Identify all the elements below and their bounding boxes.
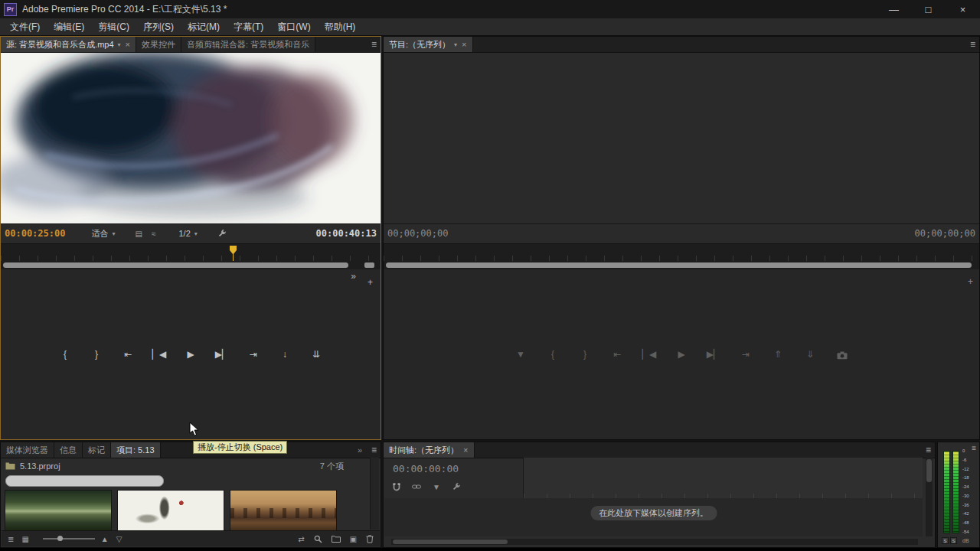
tab-info[interactable]: 信息	[54, 442, 83, 458]
panel-menu-icon[interactable]: ≡	[970, 37, 975, 52]
icon-view-button[interactable]: ▦	[21, 535, 28, 543]
menu-title[interactable]: 字幕(T)	[227, 21, 270, 34]
zoom-scrollbar-knob[interactable]	[364, 262, 374, 268]
new-bin-button[interactable]	[332, 536, 341, 543]
timeline-tracks-area[interactable]: 在此处放下媒体以创建序列。	[384, 498, 923, 536]
go-to-out-button[interactable]: ⇥	[737, 347, 755, 362]
add-button[interactable]: +	[968, 276, 973, 287]
source-time-ruler[interactable]	[1, 243, 381, 261]
program-current-timecode[interactable]: 00;00;00;00	[387, 228, 448, 239]
timeline-timecode[interactable]: 00:00:00:00	[393, 463, 459, 474]
timeline-horizontal-scrollbar[interactable]	[391, 539, 918, 545]
clip-thumbnail-landscape[interactable]	[5, 490, 112, 533]
mark-in-button[interactable]: {	[56, 347, 74, 362]
panel-menu-icon[interactable]: ≡	[371, 37, 377, 52]
sort-ascending-icon[interactable]: ▲	[101, 535, 109, 543]
thumbnail-zoom-slider[interactable]	[43, 538, 95, 540]
close-button[interactable]: ×	[946, 0, 980, 18]
menu-window[interactable]: 窗口(W)	[270, 21, 317, 34]
scrollbar-thumb[interactable]	[393, 540, 508, 544]
drag-audio-icon[interactable]: ≈	[152, 230, 156, 238]
insert-button[interactable]: ↓	[276, 347, 294, 362]
step-forward-button[interactable]: ▶▏	[704, 347, 723, 362]
find-button[interactable]	[314, 535, 322, 543]
tab-timeline[interactable]: 时间轴:（无序列） ×	[384, 442, 475, 458]
mark-in-button[interactable]: {	[544, 347, 562, 362]
slider-knob[interactable]	[57, 536, 63, 541]
solo-left-button[interactable]: S	[942, 537, 949, 544]
mark-out-button[interactable]: }	[87, 347, 106, 362]
transport-overflow-icon[interactable]: »	[351, 271, 356, 282]
lift-button[interactable]: ⇑	[769, 347, 787, 362]
project-scrollbar[interactable]	[370, 458, 379, 530]
maximize-button[interactable]: □	[911, 0, 946, 18]
timeline-vertical-scrollbar[interactable]	[926, 458, 933, 536]
tab-markers[interactable]: 标记	[83, 442, 111, 458]
clip-thumbnail-ink-painting[interactable]	[117, 490, 224, 533]
source-viewport[interactable]	[1, 53, 381, 223]
new-item-button[interactable]: ▣	[350, 535, 357, 543]
snap-magnet-icon[interactable]	[393, 483, 400, 491]
scrollbar-thumb[interactable]	[926, 459, 932, 482]
timeline-settings-wrench-icon[interactable]	[452, 482, 461, 491]
panel-menu-icon[interactable]: ≡	[371, 442, 377, 458]
zoom-scrollbar-thumb[interactable]	[3, 262, 348, 268]
menu-sequence[interactable]: 序列(S)	[136, 21, 181, 34]
tab-media-browser[interactable]: 媒体浏览器	[1, 442, 54, 458]
menu-help[interactable]: 帮助(H)	[318, 21, 363, 34]
chevron-down-icon[interactable]: ▾	[118, 41, 121, 48]
tab-overflow-icon[interactable]: »	[358, 442, 362, 458]
solo-right-button[interactable]: S	[950, 537, 957, 544]
tab-effect-controls[interactable]: 效果控件	[136, 37, 181, 52]
mark-out-button[interactable]: }	[576, 347, 594, 362]
panel-menu-icon[interactable]: ≡	[926, 442, 931, 458]
add-marker-icon[interactable]: ▼	[433, 483, 440, 491]
menu-edit[interactable]: 编辑(E)	[47, 21, 91, 34]
search-filter-input[interactable]	[5, 475, 164, 487]
overwrite-button[interactable]: ⇊	[307, 347, 325, 362]
close-icon[interactable]: ×	[126, 40, 130, 49]
play-stop-button[interactable]: ▶	[672, 347, 691, 362]
zoom-scrollbar-thumb[interactable]	[386, 262, 972, 268]
step-forward-button[interactable]: ▶▏	[213, 347, 231, 362]
tab-project[interactable]: 项目: 5.13	[111, 442, 161, 458]
source-current-timecode[interactable]: 00:00:25:00	[5, 228, 65, 239]
menu-file[interactable]: 文件(F)	[3, 21, 47, 34]
menu-marker[interactable]: 标记(M)	[181, 21, 227, 34]
timeline-ruler[interactable]	[523, 458, 923, 499]
chevron-down-icon[interactable]: ▾	[454, 41, 457, 48]
trash-icon[interactable]	[366, 535, 374, 543]
drag-video-icon[interactable]: ▤	[136, 230, 142, 238]
sort-descending-icon[interactable]: ▽	[116, 535, 122, 543]
play-stop-button[interactable]: ▶	[181, 347, 200, 362]
linked-selection-icon[interactable]	[412, 484, 421, 490]
go-to-in-button[interactable]: ⇤	[119, 347, 137, 362]
extract-button[interactable]: ⇓	[801, 347, 819, 362]
close-icon[interactable]: ×	[462, 40, 466, 49]
automate-to-sequence-button[interactable]: ⇄	[298, 535, 304, 543]
fit-dropdown[interactable]: 适合 ▾	[91, 228, 115, 240]
settings-wrench-icon[interactable]	[217, 229, 227, 238]
menu-clip[interactable]: 剪辑(C)	[91, 21, 136, 34]
step-back-button[interactable]: ▏◀	[150, 347, 168, 362]
step-back-button[interactable]: ▏◀	[640, 347, 658, 362]
panel-menu-icon[interactable]: ≡	[972, 444, 976, 452]
tab-program[interactable]: 节目:（无序列） ▾ ×	[384, 37, 473, 52]
source-zoom-scrollbar[interactable]	[1, 261, 381, 269]
list-view-button[interactable]: ≣	[8, 535, 14, 543]
close-icon[interactable]: ×	[463, 445, 468, 455]
program-viewport[interactable]	[384, 53, 979, 223]
tab-audio-clip-mixer[interactable]: 音频剪辑混合器: 背景视频和音乐	[181, 37, 315, 52]
program-time-ruler[interactable]	[384, 243, 979, 261]
tab-source[interactable]: 源: 背景视频和音乐合成.mp4 ▾ ×	[1, 37, 136, 52]
go-to-out-button[interactable]: ⇥	[244, 347, 263, 362]
program-zoom-scrollbar[interactable]	[384, 261, 979, 269]
add-marker-button[interactable]: ▼	[511, 347, 530, 362]
project-file-row[interactable]: 5.13.prproj 7 个项	[1, 458, 381, 474]
export-frame-camera-icon[interactable]	[833, 348, 851, 360]
resolution-dropdown[interactable]: 1/2 ▾	[178, 229, 197, 238]
go-to-in-button[interactable]: ⇤	[608, 347, 626, 362]
clip-thumbnail-water-town[interactable]	[230, 490, 337, 533]
playhead[interactable]	[230, 246, 237, 255]
minimize-button[interactable]: —	[877, 0, 911, 18]
